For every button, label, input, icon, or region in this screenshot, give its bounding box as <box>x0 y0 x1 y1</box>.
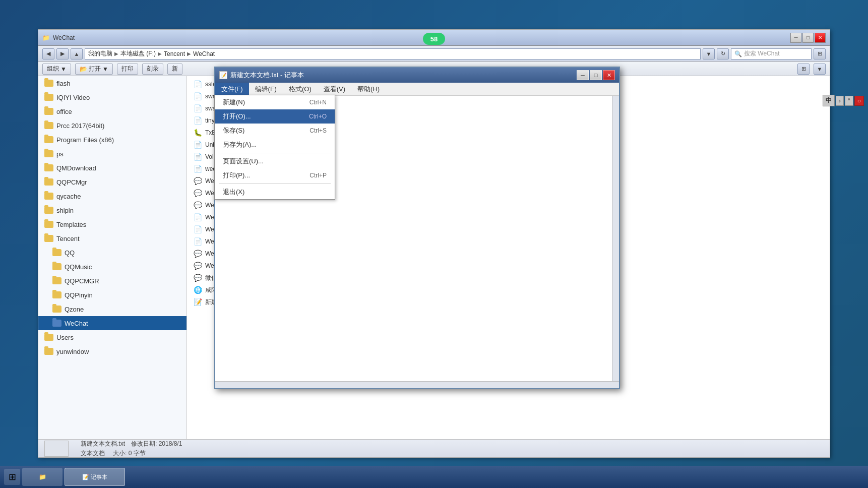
ime-extra[interactable]: ○ <box>854 96 864 106</box>
refresh-button[interactable]: ↻ <box>717 48 729 59</box>
menu-open[interactable]: 打开(O)... Ctrl+O <box>215 109 335 124</box>
menu-print-label: 打印(P)... <box>223 171 250 180</box>
folder-icon <box>44 221 53 228</box>
file-type-icon: 💬 <box>193 273 202 282</box>
menu-help[interactable]: 帮助(H) <box>351 83 386 95</box>
status-thumbnail <box>44 441 69 457</box>
sidebar-item-label: Tencent <box>56 235 80 242</box>
file-dropdown-menu: 新建(N) Ctrl+N 打开(O)... Ctrl+O 保存(S) Ctrl+… <box>214 95 335 200</box>
view-mode-btn[interactable]: ⊞ <box>797 64 810 75</box>
sidebar-item-label: Users <box>56 334 74 341</box>
file-type-icon: 📄 <box>193 152 202 161</box>
print-button[interactable]: 打印 <box>117 64 138 75</box>
sidebar-item-label: Qzone <box>65 306 84 313</box>
taskbar-explorer-btn[interactable]: 📁 <box>22 468 63 486</box>
sidebar-item-label: ps <box>56 150 64 158</box>
folder-icon <box>52 291 61 298</box>
menu-new-label: 新建(N) <box>223 98 245 107</box>
sidebar-item-label: QQMusic <box>65 263 92 271</box>
menu-view[interactable]: 查看(V) <box>318 83 351 95</box>
organize-label: 组织 <box>47 65 59 73</box>
sidebar-item-iqiyi[interactable]: IQIYI Video <box>38 90 187 104</box>
forward-button[interactable]: ▶ <box>56 48 69 59</box>
file-type-icon: 💬 <box>193 201 202 210</box>
menu-edit-label: 编辑(E) <box>255 85 277 94</box>
sidebar-item-label: Program Files (x86) <box>56 136 114 144</box>
menu-edit[interactable]: 编辑(E) <box>249 83 283 95</box>
sidebar-item-office[interactable]: office <box>38 104 187 118</box>
sidebar-item-shipin[interactable]: shipin <box>38 203 187 217</box>
menu-saveas[interactable]: 另存为(A)... <box>215 138 335 152</box>
sidebar-item-programfiles[interactable]: Program Files (x86) <box>38 133 187 147</box>
file-type-icon: 📝 <box>193 297 202 307</box>
sidebar-item-qqmusic[interactable]: QQMusic <box>38 260 187 274</box>
sidebar-item-yunwindow[interactable]: yunwindow <box>38 344 187 358</box>
folder-icon <box>44 207 53 214</box>
address-dropdown-btn[interactable]: ▼ <box>703 48 715 59</box>
search-bar[interactable]: 🔍 搜索 WeChat <box>731 48 812 59</box>
sidebar-item-qqpcmgr2[interactable]: QQPCMGR <box>38 274 187 288</box>
menu-save[interactable]: 保存(S) Ctrl+S <box>215 124 335 138</box>
menu-print[interactable]: 打印(P)... Ctrl+P <box>215 168 335 182</box>
window-controls: ─ □ ✕ <box>790 33 826 43</box>
file-type-icon: 📄 <box>193 164 202 173</box>
ime-indicator[interactable]: 中 <box>823 95 835 106</box>
folder-icon <box>52 306 61 313</box>
menu-file[interactable]: 文件(F) <box>215 83 249 95</box>
ime-area: 中 › ° ○ <box>823 95 864 106</box>
sidebar-item-label: WeChat <box>65 320 88 327</box>
ime-punct[interactable]: ° <box>845 96 853 106</box>
burn-button[interactable]: 刻录 <box>142 64 163 75</box>
minimize-button[interactable]: ─ <box>790 33 801 43</box>
ime-mode[interactable]: › <box>836 96 844 106</box>
sidebar-item-qq[interactable]: QQ <box>38 246 187 260</box>
menu-save-label: 保存(S) <box>223 126 244 135</box>
maximize-button[interactable]: □ <box>802 33 814 43</box>
new-button[interactable]: 新 <box>167 64 182 75</box>
sidebar-item-qycache[interactable]: qycache <box>38 189 187 203</box>
sidebar-item-users[interactable]: Users <box>38 330 187 344</box>
folder-icon <box>52 320 61 327</box>
sidebar-item-tencent[interactable]: Tencent <box>38 231 187 246</box>
address-bar[interactable]: 我的电脑 ▶ 本地磁盘 (F:) ▶ Tencent ▶ WeChat <box>85 48 701 59</box>
file-type-icon: 📄 <box>193 213 202 222</box>
menu-exit[interactable]: 退出(X) <box>215 185 335 199</box>
notepad-scrollbar-bottom[interactable] <box>215 381 619 388</box>
menu-new-shortcut: Ctrl+N <box>309 99 327 106</box>
menu-new[interactable]: 新建(N) Ctrl+N <box>215 95 335 109</box>
up-button[interactable]: ▲ <box>71 48 83 59</box>
menu-format[interactable]: 格式(O) <box>283 83 318 95</box>
taskbar-bottom: ⊞ 📁 📝 记事本 <box>0 466 868 488</box>
sidebar-item-wechat[interactable]: WeChat <box>38 316 187 330</box>
back-button[interactable]: ◀ <box>42 48 54 59</box>
sidebar-item-qmdownload[interactable]: QMDownload <box>38 161 187 175</box>
close-button[interactable]: ✕ <box>815 33 826 43</box>
menu-pagesetup[interactable]: 页面设置(U)... <box>215 154 335 168</box>
notepad-maximize-btn[interactable]: □ <box>590 70 602 80</box>
sidebar-item-qqpcmgr[interactable]: QQPCMgr <box>38 175 187 189</box>
notepad-close-btn[interactable]: ✕ <box>603 70 615 80</box>
notepad-scrollbar-right[interactable] <box>612 96 619 381</box>
view-toggle-btn[interactable]: ⊞ <box>814 48 826 59</box>
explorer-folder-icon: 📁 <box>42 34 50 41</box>
sidebar-item-qqpinyin[interactable]: QQPinyin <box>38 288 187 302</box>
search-placeholder: 搜索 WeChat <box>744 49 779 58</box>
explorer-title: 📁 WeChat <box>42 34 790 41</box>
organize-button[interactable]: 组织 ▼ <box>42 64 71 75</box>
folder-icon <box>44 80 53 87</box>
sidebar-item-label: IQIYI Video <box>56 94 90 101</box>
menu-open-label: 打开(O)... <box>223 112 251 121</box>
sidebar-item-prcc[interactable]: Prcc 2017(64bit) <box>38 118 187 133</box>
address-part-4: WeChat <box>193 50 215 57</box>
folder-icon <box>44 178 53 186</box>
start-button[interactable]: ⊞ <box>4 469 20 485</box>
explorer-navbar: ◀ ▶ ▲ 我的电脑 ▶ 本地磁盘 (F:) ▶ Tencent ▶ WeCha… <box>38 46 830 62</box>
sidebar-item-flash[interactable]: flash <box>38 76 187 90</box>
sidebar-item-ps[interactable]: ps <box>38 147 187 161</box>
open-button[interactable]: 📂 打开 ▼ <box>75 64 113 75</box>
view-mode-arrow[interactable]: ▼ <box>814 64 826 75</box>
sidebar-item-templates[interactable]: Templates <box>38 217 187 231</box>
taskbar-notepad-btn[interactable]: 📝 记事本 <box>65 468 125 486</box>
sidebar-item-qzone[interactable]: Qzone <box>38 302 187 316</box>
notepad-minimize-btn[interactable]: ─ <box>577 70 589 80</box>
